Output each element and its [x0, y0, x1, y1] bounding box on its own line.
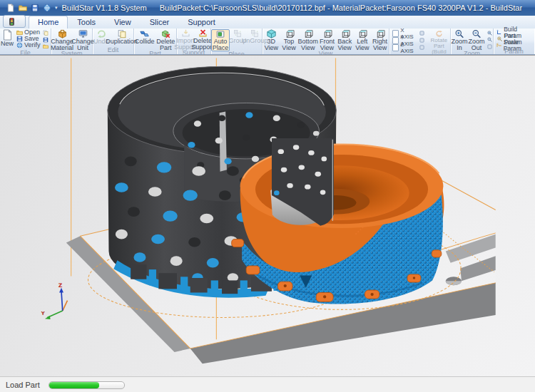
verify-globe-icon: [16, 42, 23, 48]
file-extra-tool-icon[interactable]: [42, 30, 49, 36]
group-icon: [233, 29, 243, 38]
rotate-icon: [434, 30, 444, 38]
x-axis-checkbox-box: [392, 30, 399, 37]
open-folder-icon: [16, 29, 23, 36]
status-label: Load Part: [6, 381, 40, 389]
mirror-x-icon[interactable]: [419, 31, 425, 36]
mirror-y-icon[interactable]: [419, 38, 425, 43]
group-label-param: Param: [494, 48, 534, 55]
new-page-icon: [1, 29, 14, 41]
menu-tab-row: ▾ Home Tools View Slicer Support: [0, 16, 535, 29]
window-title-system: BuildStar V1.1.8 System: [62, 4, 147, 12]
zoom-fit-icon[interactable]: [486, 37, 493, 43]
ungroup-icon: [250, 29, 260, 38]
open-folder-icon[interactable]: [18, 3, 28, 13]
ribbon-group-zoom: Zoom In Zoom Out Zoom: [451, 29, 494, 54]
delete-part-label: Delete Part: [156, 38, 175, 51]
tab-support[interactable]: Support: [178, 16, 225, 29]
auto-place-button[interactable]: Auto Place: [211, 29, 230, 51]
delete-part-button[interactable]: Delete Part: [156, 29, 175, 51]
ribbon-group-param: Build Param Part Param Scale Param Param: [494, 29, 534, 54]
new-label: New: [1, 41, 14, 47]
auto-place-label: Auto Place: [213, 38, 229, 51]
zoom-out-button[interactable]: Zoom Out: [468, 29, 485, 51]
view-back-label: Back View: [337, 38, 352, 51]
about-icon[interactable]: [42, 3, 52, 13]
z-axis-label: Z: [58, 282, 63, 289]
qat-dropdown-caret-icon[interactable]: ▾: [55, 5, 58, 11]
zoom-in-label: Zoom In: [452, 38, 468, 51]
part-hopper-ring[interactable]: [232, 144, 444, 304]
view-back-button[interactable]: Back View: [336, 29, 353, 51]
ribbon-group-part: Collide Delete Part Part: [134, 29, 177, 54]
ribbon-group-system: Change Material Change Unit System: [51, 29, 93, 54]
scale-param-icon: [496, 42, 502, 48]
new-button[interactable]: New: [0, 29, 14, 47]
z-axis-label: Z AXIS: [400, 41, 417, 54]
undo-arrow-icon: [96, 29, 106, 38]
ribbon: New Open Save Verify File Change Materia…: [0, 29, 535, 55]
part-param-icon: [496, 36, 503, 42]
save-icon[interactable]: [30, 3, 40, 13]
window-title-document: BuildPacket:C:\FarsoonSLS\build\20170112…: [160, 4, 522, 12]
view-front-button[interactable]: Front View: [318, 29, 335, 51]
load-progress-bar: [49, 381, 125, 389]
collide-button[interactable]: Collide: [135, 29, 155, 45]
view-right-button[interactable]: Right View: [372, 29, 389, 51]
change-material-button[interactable]: Change Material: [51, 29, 73, 51]
tab-tools[interactable]: Tools: [68, 16, 105, 29]
view-left-label: Left View: [355, 38, 370, 51]
duplication-button[interactable]: Duplication: [110, 29, 134, 45]
duplication-label: Duplication: [106, 38, 138, 45]
status-bar: Load Part: [0, 376, 535, 392]
verify-button[interactable]: Verify: [16, 42, 41, 48]
ribbon-group-view: 3D View Top View Bottom View Front View …: [263, 29, 389, 54]
ribbon-group-transformation: X AXIS Y AXIS Z AXIS Rotate Part (Build …: [389, 29, 451, 54]
load-progress-fill: [49, 382, 99, 388]
view-top-label: Top View: [281, 38, 297, 51]
zoom-in-button[interactable]: Zoom In: [451, 29, 468, 51]
axis-triad: Z Y: [41, 282, 68, 319]
viewport-3d[interactable]: Z Y: [0, 55, 535, 377]
tab-view[interactable]: View: [105, 16, 141, 29]
ribbon-group-support: Import Support Delete Support Support: [177, 29, 211, 54]
ungroup-button[interactable]: UnGroup: [245, 29, 264, 44]
view-front-label: Front View: [319, 38, 335, 51]
z-axis-checkbox[interactable]: Z AXIS: [392, 44, 426, 51]
ribbon-group-file: New Open Save Verify File: [0, 29, 51, 54]
change-unit-label: Change Unit: [71, 38, 94, 51]
quick-access-toolbar: ▾: [0, 3, 62, 13]
import-support-icon: [181, 29, 190, 38]
app-menu-caret-icon: ▾: [16, 19, 19, 24]
buildstar-logo-icon: [9, 18, 14, 26]
group-label-edit: Edit: [93, 47, 133, 54]
y-axis-arrow: [45, 316, 51, 319]
view-top-button[interactable]: Top View: [280, 29, 297, 51]
zoom-all-icon[interactable]: [486, 43, 493, 49]
tab-home[interactable]: Home: [29, 16, 68, 29]
view-left-button[interactable]: Left View: [354, 29, 371, 51]
y-axis-label: Y: [41, 311, 45, 316]
view-bottom-label: Bottom View: [298, 38, 319, 51]
z-axis-checkbox-box: [392, 44, 399, 51]
mirror-z-icon[interactable]: [418, 45, 424, 51]
build-param-icon: [496, 29, 502, 36]
change-material-label: Change Material: [51, 38, 73, 51]
view-3d-label: 3D View: [263, 38, 279, 51]
view-3d-button[interactable]: 3D View: [263, 29, 280, 51]
save-as-icon[interactable]: [42, 37, 49, 43]
verify-label: Verify: [24, 42, 41, 48]
delete-support-button[interactable]: Delete Support: [194, 29, 211, 50]
ribbon-group-place: Auto Place Group UnGroup Place: [211, 29, 263, 54]
collide-label: Collide: [135, 38, 155, 45]
ribbon-group-edit: Undo Duplication Edit: [93, 29, 134, 54]
view-right-label: Right View: [372, 38, 388, 51]
new-document-icon[interactable]: [6, 3, 16, 13]
application-menu-button[interactable]: ▾: [3, 15, 26, 28]
change-unit-button[interactable]: Change Unit: [73, 29, 93, 51]
zoom-window-icon[interactable]: [486, 30, 493, 36]
y-axis-checkbox-box: [392, 37, 399, 44]
export-icon[interactable]: [42, 43, 49, 49]
view-bottom-button[interactable]: Bottom View: [298, 29, 318, 51]
tab-slicer[interactable]: Slicer: [141, 16, 179, 29]
